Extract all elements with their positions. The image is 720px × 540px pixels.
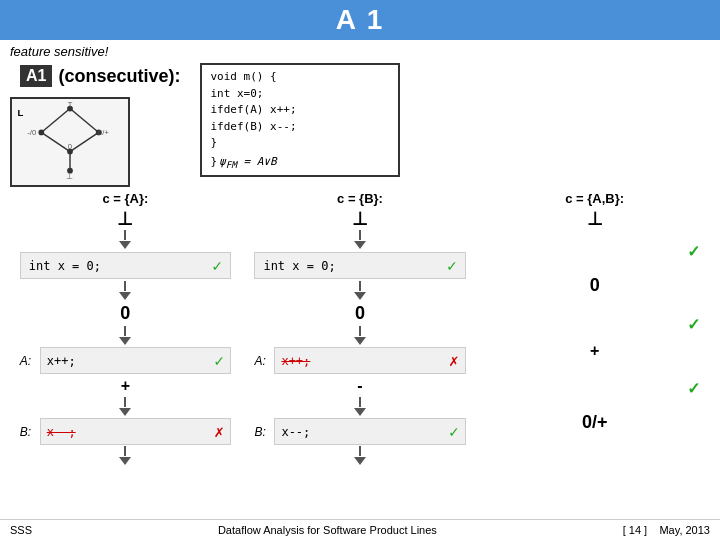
column-a: c = {A}: ⊥ int x = 0; ✓ 0 A: x++; ✓ + B: <box>8 191 243 466</box>
col-a-zero: 0 <box>120 303 130 324</box>
column-ab: c = {A,B}: ⊥ ✓ 0 ✓ + ✓ 0/+ <box>477 191 712 466</box>
col-b-init-row: int x = 0; ✓ <box>254 252 465 279</box>
col-b-zero: 0 <box>355 303 365 324</box>
col-a-header: c = {A}: <box>102 191 148 206</box>
col-b-branch-a-code: x++; ✗ <box>274 347 465 374</box>
slide-title: A 1 <box>0 0 720 40</box>
svg-line-6 <box>70 109 99 133</box>
a1-badge: A1 <box>20 65 52 87</box>
psi-line: } ψFM = A∨B <box>210 154 390 172</box>
col-b-minus: - <box>357 377 362 395</box>
arrow-down-3 <box>119 337 131 345</box>
col-b-header: c = {B}: <box>337 191 383 206</box>
col-b-arrow-down-5 <box>354 457 366 465</box>
col-ab-branch-b-mark: ✓ <box>687 379 700 398</box>
col-b-arrow-down-3 <box>354 337 366 345</box>
footer-page: [ 14 ] May, 2013 <box>623 524 710 536</box>
svg-text:-/0: -/0 <box>27 128 36 137</box>
col-b-perp: ⊥ <box>352 210 368 228</box>
col-ab-check1: ✓ <box>687 242 700 261</box>
svg-text:T: T <box>68 100 73 109</box>
footer-center: Dataflow Analysis for Software Product L… <box>218 524 437 536</box>
col-a-branch-b-code: x--; ✗ <box>40 418 231 445</box>
col-a-perp: ⊥ <box>117 210 133 228</box>
col-b-arrow-line-4 <box>359 397 361 407</box>
svg-text:L: L <box>17 107 23 118</box>
col-b-branch-b: B: x--; ✓ <box>254 418 465 445</box>
svg-text:0: 0 <box>68 142 72 151</box>
col-ab-plus: + <box>590 342 599 360</box>
footer-left: SSS <box>10 524 32 536</box>
col-b-arrow-down-1 <box>354 241 366 249</box>
col-a-branch-a: A: x++; ✓ <box>20 347 231 374</box>
code-line-2: int x=0; <box>210 86 390 103</box>
col-ab-final: 0/+ <box>582 412 608 433</box>
code-line-1: void m() { <box>210 69 390 86</box>
arrow-line-1 <box>124 230 126 240</box>
columns-area: c = {A}: ⊥ int x = 0; ✓ 0 A: x++; ✓ + B: <box>0 191 720 466</box>
code-line-4: ifdef(B) x--; <box>210 119 390 136</box>
col-b-arrow-line-1 <box>359 230 361 240</box>
arrow-line-3 <box>124 326 126 336</box>
svg-line-8 <box>70 132 99 151</box>
code-line-3: ifdef(A) x++; <box>210 102 390 119</box>
svg-line-7 <box>41 132 70 151</box>
svg-text:⊥: ⊥ <box>67 172 74 181</box>
col-b-arrow-line-2 <box>359 281 361 291</box>
footer: SSS Dataflow Analysis for Software Produ… <box>0 519 720 540</box>
col-b-arrow-line-3 <box>359 326 361 336</box>
arrow-down-4 <box>119 408 131 416</box>
arrow-down-1 <box>119 241 131 249</box>
col-a-plus: + <box>121 377 130 395</box>
arrow-down-5 <box>119 457 131 465</box>
col-a-branch-a-code: x++; ✓ <box>40 347 231 374</box>
svg-text:0/+: 0/+ <box>98 128 109 137</box>
code-block: void m() { int x=0; ifdef(A) x++; ifdef(… <box>200 63 400 177</box>
code-line-5: } <box>210 135 390 152</box>
col-ab-branch-a-mark: ✓ <box>687 315 700 334</box>
col-a-branch-b: B: x--; ✗ <box>20 418 231 445</box>
col-b-branch-a: A: x++; ✗ <box>254 347 465 374</box>
col-ab-zero: 0 <box>590 275 600 296</box>
arrow-line-5 <box>124 446 126 456</box>
column-b: c = {B}: ⊥ int x = 0; ✓ 0 A: x++; ✗ - B: <box>243 191 478 466</box>
col-ab-perp: ⊥ <box>587 210 603 228</box>
arrow-down-2 <box>119 292 131 300</box>
feature-line: feature sensitive! <box>0 40 720 63</box>
arrow-line-4 <box>124 397 126 407</box>
col-b-branch-b-code: x--; ✓ <box>274 418 465 445</box>
col-b-arrow-down-4 <box>354 408 366 416</box>
col-b-arrow-down-2 <box>354 292 366 300</box>
col-a-init-row: int x = 0; ✓ <box>20 252 231 279</box>
lattice-diagram: T -/0 0/+ 0 ⊥ L <box>10 97 130 187</box>
col-b-arrow-line-5 <box>359 446 361 456</box>
arrow-line-2 <box>124 281 126 291</box>
main-title: (consecutive): <box>58 66 180 87</box>
col-ab-header: c = {A,B}: <box>565 191 624 206</box>
svg-line-5 <box>41 109 70 133</box>
